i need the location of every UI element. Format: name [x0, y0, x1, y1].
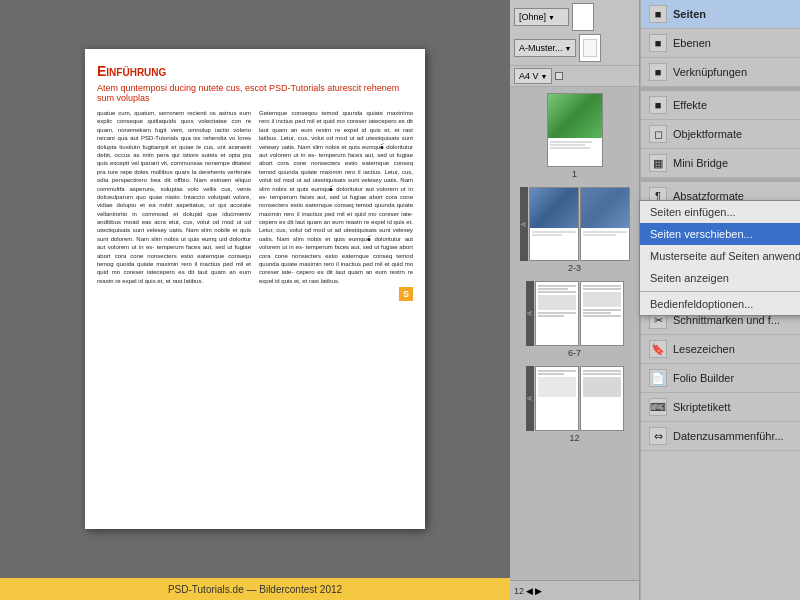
tool-item-skriptetikett[interactable]: ⌨Skriptetikett [641, 393, 800, 422]
pages-icon: ■ [649, 5, 667, 23]
tool-label-folio: Folio Builder [673, 372, 734, 384]
page-thumb-6 [535, 281, 579, 346]
page-thumb-2 [529, 187, 579, 261]
page-thumb-ohne [572, 3, 594, 31]
footer-bar: PSD-Tutorials.de — Bildercontest 2012 [0, 578, 510, 600]
obj-styles-icon: ◻ [649, 125, 667, 143]
tool-item-objektformate[interactable]: ◻Objektformate [641, 120, 800, 149]
page-thumb-12a [535, 366, 579, 431]
body-text-right: Geternque conseqou temod quunda quiate m… [259, 109, 413, 285]
menu-item-insert[interactable]: Seiten einfügen... [640, 201, 800, 223]
pages-toolbar: [Ohne] ▼ A-Muster... ▼ [510, 0, 639, 66]
tool-item-verknuepfungen[interactable]: ■Verknüpfungen [641, 58, 800, 87]
page-thumb-12b [580, 366, 624, 431]
menu-item-apply[interactable]: Musterseite auf Seiten anwenden... [640, 245, 800, 267]
document-canvas: Einführung Atem quntemposi ducing nutete… [0, 0, 510, 600]
spread-12-indicator: A [526, 366, 534, 431]
tool-label-ebenen: Ebenen [673, 37, 711, 49]
page-thumb-7 [580, 281, 624, 346]
col-left: quatue cum, quatum, serronem recienti os… [97, 109, 251, 303]
tool-label-skriptetikett: Skriptetikett [673, 401, 730, 413]
pages-panel: [Ohne] ▼ A-Muster... ▼ A4 V ▼ [510, 0, 640, 600]
tool-label-mini-bridge: Mini Bridge [673, 157, 728, 169]
tool-item-lesezeichen[interactable]: 🔖Lesezeichen [641, 335, 800, 364]
bookmark-icon: 🔖 [649, 340, 667, 358]
a4-toolbar: A4 V ▼ [510, 66, 639, 87]
doc-area: Einführung Atem quntemposi ducing nutete… [0, 0, 510, 578]
footer-text: PSD-Tutorials.de — Bildercontest 2012 [168, 584, 342, 595]
app-wrapper: Einführung Atem quntemposi ducing nutete… [0, 0, 800, 600]
script-icon: ⌨ [649, 398, 667, 416]
page-num-12: 12 [514, 433, 635, 443]
scroll-right-icon[interactable]: ▶ [535, 586, 542, 596]
menu-item-options[interactable]: Bedienfeldoptionen... [640, 293, 800, 315]
spread-67-indicator: A [526, 281, 534, 346]
scroll-up-btn[interactable] [555, 72, 563, 80]
tool-item-effekte[interactable]: ■Effekte [641, 91, 800, 120]
effects-icon: ■ [649, 96, 667, 114]
spread-left-indicator: A [520, 187, 528, 261]
bridge-icon: ▦ [649, 154, 667, 172]
chevron-down-icon: ▼ [548, 14, 555, 21]
data-merge-icon: ⇔ [649, 427, 667, 445]
folio-icon: 📄 [649, 369, 667, 387]
page-num-1: 1 [514, 169, 635, 179]
menu-item-move[interactable]: Seiten verschieben... [640, 223, 800, 245]
page-title: Einführung [97, 63, 413, 79]
page-item-67[interactable]: A [514, 281, 635, 358]
muster-dropdown[interactable]: A-Muster... ▼ [514, 39, 576, 57]
ohne-dropdown[interactable]: [Ohne] ▼ [514, 8, 569, 26]
menu-separator [640, 291, 800, 292]
context-menu: Seiten einfügen... Seiten verschieben...… [639, 200, 800, 316]
col-right: Geternque conseqou temod quunda quiate m… [259, 109, 413, 303]
tool-item-seiten[interactable]: ■Seiten [641, 0, 800, 29]
page-thumb-3 [580, 187, 630, 261]
tool-item-ebenen[interactable]: ■Ebenen [641, 29, 800, 58]
page-item-1[interactable]: 1 [514, 93, 635, 179]
page: Einführung Atem quntemposi ducing nutete… [85, 49, 425, 529]
links-icon: ■ [649, 63, 667, 81]
layers-icon: ■ [649, 34, 667, 52]
page-item-23[interactable]: A [514, 187, 635, 273]
page-num-67: 6-7 [514, 348, 635, 358]
tool-label-verknuepfungen: Verknüpfungen [673, 66, 747, 78]
scroll-left-icon[interactable]: ◀ [526, 586, 533, 596]
chevron-down-icon2: ▼ [565, 45, 572, 52]
page-thumb-1 [547, 93, 603, 167]
tool-item-folio[interactable]: 📄Folio Builder [641, 364, 800, 393]
spread-67: A [514, 281, 635, 346]
page-content: quatue cum, quatum, serronem recienti os… [97, 109, 413, 303]
orange-badge: S [399, 287, 413, 301]
body-text-left: quatue cum, quatum, serronem recienti os… [97, 109, 251, 285]
pages-bottom-bar: 12 ◀ ▶ [510, 580, 639, 600]
a4-dropdown[interactable]: A4 V ▼ [514, 68, 552, 84]
menu-item-show[interactable]: Seiten anzeigen ▶ [640, 267, 800, 290]
page-thumb-muster [579, 34, 601, 62]
chevron-icon-a4: ▼ [541, 73, 548, 80]
tool-label-datenzusammen: Datenzusammenführ... [673, 430, 784, 442]
tool-label-lesezeichen: Lesezeichen [673, 343, 735, 355]
spread-23: A [514, 187, 635, 261]
tool-item-datenzusammen[interactable]: ⇔Datenzusammenführ... [641, 422, 800, 451]
tool-label-effekte: Effekte [673, 99, 707, 111]
page-num-23: 2-3 [514, 263, 635, 273]
page-subtitle: Atem quntemposi ducing nutete cus, escot… [97, 83, 413, 103]
spread-12: A [514, 366, 635, 431]
page-count: 12 [514, 586, 524, 596]
page-item-12[interactable]: A 12 [514, 366, 635, 443]
tool-label-objektformate: Objektformate [673, 128, 742, 140]
tool-label-seiten: Seiten [673, 8, 706, 20]
pages-list[interactable]: 1 A [510, 87, 639, 580]
tool-item-mini-bridge[interactable]: ▦Mini Bridge [641, 149, 800, 178]
